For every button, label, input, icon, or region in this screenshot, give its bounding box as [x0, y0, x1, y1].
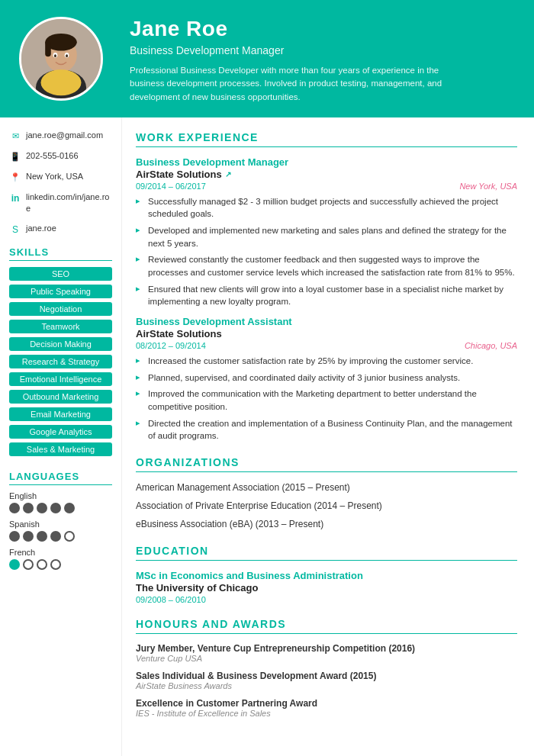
svg-point-9 — [54, 54, 56, 57]
education-content: MSc in Economics and Business Administra… — [136, 570, 517, 604]
skill-tag: Outbound Marketing — [9, 390, 112, 404]
language-dot — [9, 531, 20, 542]
job-bullet: Successfully managed $2 - 3 million budg… — [136, 195, 517, 220]
work-experience-list: Business Development ManagerAirState Sol… — [136, 156, 517, 442]
location-icon: 📍 — [9, 172, 21, 184]
job-bullet: Developed and implemented new marketing … — [136, 224, 517, 249]
job-bullet: Directed the creation and implementation… — [136, 417, 517, 442]
language-name: French — [9, 548, 112, 557]
svg-point-6 — [41, 69, 82, 95]
skill-tag: Decision Making — [9, 337, 112, 351]
language-item: French — [9, 548, 112, 570]
linkedin-value: linkedin.com/in/jane.roe — [26, 191, 112, 215]
skype-icon: S — [9, 224, 21, 236]
job-company: AirState Solutions — [136, 328, 517, 339]
skill-tag: Sales & Marketing — [9, 442, 112, 456]
job-meta: 08/2012 – 09/2014Chicago, USA — [136, 341, 517, 350]
skill-tag: Negotiation — [9, 302, 112, 316]
job-item: Business Development AssistantAirState S… — [136, 316, 517, 442]
job-title: Business Development Assistant — [136, 316, 517, 327]
languages-title: LANGUAGES — [9, 471, 112, 485]
language-dot — [9, 503, 20, 513]
work-experience-title: WORK EXPERIENCE — [136, 131, 517, 147]
language-dots — [9, 503, 112, 513]
education-title: EDUCATION — [136, 545, 517, 561]
skill-tag: Email Marketing — [9, 407, 112, 421]
award-title: Sales Individual & Business Development … — [136, 671, 517, 681]
contact-location: 📍 New York, USA — [9, 171, 112, 184]
job-bullets: Successfully managed $2 - 3 million budg… — [136, 195, 517, 308]
job-bullet: Reviewed constantly the customer feedbac… — [136, 253, 517, 278]
org-item: eBusiness Association (eBA) (2013 – Pres… — [136, 518, 517, 531]
language-item: English — [9, 491, 112, 513]
award-item: Excellence in Customer Partnering AwardI… — [136, 698, 517, 718]
org-item: Association of Private Enterprise Educat… — [136, 500, 517, 513]
skype-value: jane.roe — [26, 223, 56, 234]
job-location: Chicago, USA — [465, 341, 517, 350]
language-dot — [37, 531, 47, 542]
job-location: New York, USA — [459, 182, 517, 191]
header: Jane Roe Business Development Manager Pr… — [0, 0, 534, 117]
skill-tag: SEO — [9, 267, 112, 281]
resume-container: Jane Roe Business Development Manager Pr… — [0, 0, 534, 756]
language-dot — [64, 503, 75, 513]
summary: Professional Business Developer with mor… — [130, 64, 458, 104]
main-content: WORK EXPERIENCE Business Development Man… — [122, 117, 534, 756]
skill-tag: Public Speaking — [9, 285, 112, 298]
language-dot — [37, 559, 47, 570]
phone-value: 202-555-0166 — [26, 150, 79, 162]
name: Jane Roe — [130, 17, 519, 41]
edu-degree: MSc in Economics and Business Administra… — [136, 570, 517, 581]
svg-rect-5 — [45, 40, 51, 56]
contact-linkedin: in linkedin.com/in/jane.roe — [9, 191, 112, 215]
job-bullet: Ensured that new clients will grow into … — [136, 283, 517, 308]
contact-phone: 📱 202-555-0166 — [9, 150, 112, 163]
language-dot — [50, 559, 61, 570]
language-item: Spanish — [9, 520, 112, 542]
email-icon: ✉ — [9, 130, 21, 143]
language-dot — [64, 531, 75, 542]
svg-point-10 — [66, 54, 68, 57]
job-title: Business Development Manager — [130, 44, 519, 56]
honours-title: HONOURS AND AWARDS — [136, 618, 517, 634]
external-link-icon: ↗ — [225, 170, 231, 179]
job-title: Business Development Manager — [136, 156, 517, 168]
avatar-wrapper — [0, 0, 122, 117]
award-item: Sales Individual & Business Development … — [136, 671, 517, 690]
award-item: Jury Member, Venture Cup Entrepreneurshi… — [136, 643, 517, 663]
job-company: AirState Solutions↗ — [136, 169, 517, 180]
job-bullet: Improved the communication with the Mark… — [136, 388, 517, 413]
award-source: AirState Business Awards — [136, 681, 517, 690]
award-title: Jury Member, Venture Cup Entrepreneurshi… — [136, 643, 517, 654]
job-bullet: Increased the customer satisfaction rate… — [136, 355, 517, 368]
edu-uni: The University of Chicago — [136, 582, 517, 594]
organizations-title: ORGANIZATIONS — [136, 456, 517, 472]
organizations-list: American Management Association (2015 – … — [136, 481, 517, 530]
avatar — [19, 17, 103, 101]
body: ✉ jane.roe@gmail.com 📱 202-555-0166 📍 Ne… — [0, 117, 534, 756]
org-item: American Management Association (2015 – … — [136, 481, 517, 494]
award-source: Venture Cup USA — [136, 654, 517, 663]
header-info: Jane Roe Business Development Manager Pr… — [122, 0, 534, 117]
job-meta: 09/2014 – 06/2017New York, USA — [136, 182, 517, 191]
skill-tag: Teamwork — [9, 320, 112, 333]
language-dot — [23, 531, 34, 542]
location-value: New York, USA — [26, 171, 83, 182]
language-dot — [50, 531, 61, 542]
language-dot — [37, 503, 47, 513]
language-dot — [50, 503, 61, 513]
language-dots — [9, 531, 112, 542]
job-dates: 09/2014 – 06/2017 — [136, 182, 206, 191]
job-bullets: Increased the customer satisfaction rate… — [136, 355, 517, 442]
job-dates: 08/2012 – 09/2014 — [136, 341, 206, 350]
sidebar: ✉ jane.roe@gmail.com 📱 202-555-0166 📍 Ne… — [0, 117, 122, 756]
languages-list: EnglishSpanishFrench — [9, 491, 112, 570]
language-dots — [9, 559, 112, 570]
skills-title: SKILLS — [9, 246, 112, 261]
contact-email: ✉ jane.roe@gmail.com — [9, 130, 112, 143]
language-name: Spanish — [9, 520, 112, 529]
award-source: IES - Institute of Excellence in Sales — [136, 709, 517, 718]
honours-list: Jury Member, Venture Cup Entrepreneurshi… — [136, 643, 517, 718]
contact-skype: S jane.roe — [9, 223, 112, 236]
language-name: English — [9, 491, 112, 500]
